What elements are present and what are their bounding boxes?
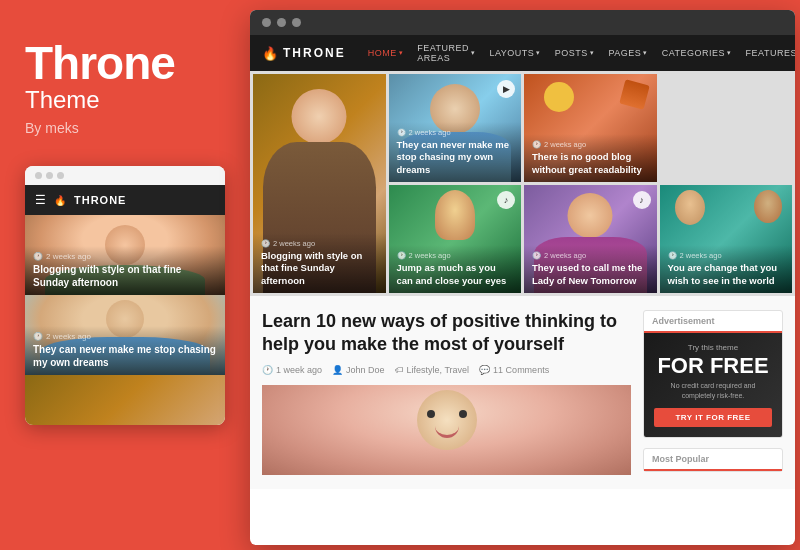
ad-try-text: Try this theme — [654, 343, 772, 352]
mobile-card-1-title: Blogging with style on that fine Sunday … — [33, 263, 217, 289]
site-logo[interactable]: 🔥 THRONE — [262, 46, 346, 61]
mobile-logo-icon: 🔥 — [54, 195, 66, 206]
ad-price: FOR FREE — [654, 355, 772, 377]
browser-dot-3 — [292, 18, 301, 27]
article-image — [262, 385, 631, 475]
mobile-preview: ☰ 🔥 THRONE 🕐2 weeks ago Blogging with st… — [25, 166, 225, 425]
main-content: Learn 10 new ways of positive thinking t… — [250, 296, 795, 489]
site-logo-icon: 🔥 — [262, 46, 278, 61]
photo-grid: 🕐2 weeks ago Blogging with style on that… — [250, 71, 795, 296]
article-title: Learn 10 new ways of positive thinking t… — [262, 310, 631, 357]
grid-cell-2-overlay: 🕐2 weeks ago They can never make me stop… — [389, 122, 522, 182]
nav-featured[interactable]: FEATURED AREAS ▾ — [410, 35, 482, 71]
mobile-chrome-dots — [25, 166, 225, 185]
nav-categories[interactable]: CATEGORIES ▾ — [655, 35, 739, 71]
grid-cell-2[interactable]: ▶ 🕐2 weeks ago They can never make me st… — [389, 74, 522, 182]
mobile-card-3 — [25, 375, 225, 425]
article-author: 👤 John Doe — [332, 365, 385, 375]
nav-home[interactable]: HOME ▾ — [361, 35, 411, 71]
article-area: Learn 10 new ways of positive thinking t… — [262, 310, 631, 475]
mobile-card-2: 🕐2 weeks ago They can never make me stop… — [25, 295, 225, 375]
grid-cell-5[interactable]: ♪ 🕐2 weeks ago They used to call me the … — [524, 185, 657, 293]
grid-cell-4-overlay: 🕐2 weeks ago Jump as much as you can and… — [389, 245, 522, 293]
grid-cell-5-badge: ♪ — [633, 191, 651, 209]
article-meta: 🕐 1 week ago 👤 John Doe 🏷 Lifestyle, Tra… — [262, 365, 631, 375]
grid-cell-3-overlay: 🕐2 weeks ago There is no good blog witho… — [524, 134, 657, 182]
article-time: 🕐 1 week ago — [262, 365, 322, 375]
grid-cell-1-overlay: 🕐2 weeks ago Blogging with style on that… — [253, 233, 386, 293]
mobile-card-2-title: They can never make me stop chasing my o… — [33, 343, 217, 369]
grid-cell-6[interactable]: 🕐2 weeks ago You are change that you wis… — [660, 185, 793, 293]
grid-cell-1-title: Blogging with style on that fine Sunday … — [261, 250, 378, 287]
mobile-card-1-time: 🕐2 weeks ago — [33, 252, 217, 261]
browser-chrome — [250, 10, 795, 35]
site-logo-text: THRONE — [283, 46, 346, 60]
nav-layouts[interactable]: LAYOUTS ▾ — [483, 35, 548, 71]
mobile-dot-2 — [46, 172, 53, 179]
sidebar-popular-label: Most Popular — [644, 449, 782, 471]
ad-content: Try this theme FOR FREE No credit card r… — [644, 333, 782, 437]
grid-cell-4-badge: ♪ — [497, 191, 515, 209]
mobile-card-1-overlay: 🕐2 weeks ago Blogging with style on that… — [25, 246, 225, 295]
site-navbar: 🔥 THRONE HOME ▾ FEATURED AREAS ▾ LAYOUTS… — [250, 35, 795, 71]
mobile-dot-1 — [35, 172, 42, 179]
sidebar: Advertisement Try this theme FOR FREE No… — [643, 310, 783, 475]
nav-features[interactable]: FEATURES ▾ — [739, 35, 795, 71]
ad-sub-text: No credit card required and completely r… — [654, 381, 772, 401]
left-panel: Throne Theme By meks ☰ 🔥 THRONE 🕐2 weeks… — [0, 0, 245, 550]
mobile-card-3-img — [25, 375, 225, 425]
grid-cell-3[interactable]: 🕐2 weeks ago There is no good blog witho… — [524, 74, 657, 182]
sidebar-ad-label: Advertisement — [644, 311, 782, 333]
grid-cell-1[interactable]: 🕐2 weeks ago Blogging with style on that… — [253, 74, 386, 293]
grid-cell-6-overlay: 🕐2 weeks ago You are change that you wis… — [660, 245, 793, 293]
mobile-logo-text: THRONE — [74, 194, 126, 206]
nav-pages[interactable]: PAGES ▾ — [601, 35, 654, 71]
article-categories: 🏷 Lifestyle, Travel — [395, 365, 470, 375]
grid-cell-2-badge: ▶ — [497, 80, 515, 98]
browser-window: 🔥 THRONE HOME ▾ FEATURED AREAS ▾ LAYOUTS… — [250, 10, 795, 545]
mobile-dot-3 — [57, 172, 64, 179]
brand-subtitle: Theme — [25, 86, 220, 114]
nav-posts[interactable]: POSTS ▾ — [548, 35, 602, 71]
hamburger-icon[interactable]: ☰ — [35, 193, 46, 207]
sidebar-ad: Advertisement Try this theme FOR FREE No… — [643, 310, 783, 438]
mobile-card-2-overlay: 🕐2 weeks ago They can never make me stop… — [25, 326, 225, 375]
grid-cell-4[interactable]: ♪ 🕐2 weeks ago Jump as much as you can a… — [389, 185, 522, 293]
grid-cell-1-time: 🕐2 weeks ago — [261, 239, 378, 248]
browser-dot-2 — [277, 18, 286, 27]
browser-dot-1 — [262, 18, 271, 27]
mobile-card-1: 🕐2 weeks ago Blogging with style on that… — [25, 215, 225, 295]
brand-title: Throne — [25, 40, 220, 86]
ad-cta-button[interactable]: TRY IT FOR FREE — [654, 408, 772, 427]
sidebar-popular: Most Popular — [643, 448, 783, 472]
mobile-navbar: ☰ 🔥 THRONE — [25, 185, 225, 215]
mobile-card-2-time: 🕐2 weeks ago — [33, 332, 217, 341]
article-comments: 💬 11 Comments — [479, 365, 549, 375]
brand-by: By meks — [25, 120, 220, 136]
grid-cell-5-overlay: 🕐2 weeks ago They used to call me the La… — [524, 245, 657, 293]
